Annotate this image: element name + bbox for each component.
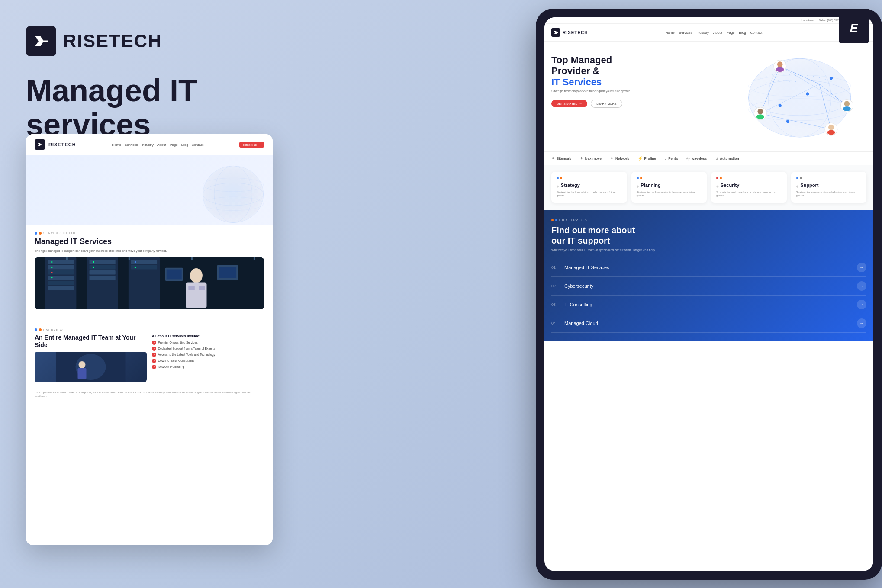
- svg-point-29: [135, 261, 136, 263]
- svg-point-2: [203, 166, 264, 222]
- svg-rect-14: [48, 286, 74, 290]
- svg-point-68: [760, 84, 761, 84]
- ts-logo: RISETECH: [551, 28, 588, 37]
- ts-get-started-btn[interactable]: GET STARTED →: [551, 100, 587, 107]
- svg-point-15: [51, 261, 53, 263]
- brand-name: RISETECH: [63, 31, 162, 51]
- lm-section-desc: The right managed IT support can solve y…: [35, 249, 264, 253]
- svg-rect-22: [89, 270, 115, 275]
- brand-item-penta: J Penta: [665, 156, 678, 161]
- svg-rect-43: [254, 257, 255, 260]
- svg-point-82: [779, 104, 782, 107]
- lm-service-item: Dedicated Support from a Team of Experts: [152, 347, 264, 351]
- svg-point-67: [837, 84, 837, 84]
- lm-logo-text: RISETECH: [48, 142, 76, 147]
- ts-hero-network: [713, 55, 866, 143]
- ts-services-section: OUR SERVICES Find out more about our IT …: [544, 210, 873, 341]
- ts-services-title: Find out more about our IT support: [551, 225, 866, 246]
- svg-point-61: [801, 75, 802, 76]
- ts-service-row-4[interactable]: 04 Managed Cloud →: [551, 314, 866, 333]
- ts-card-strategy: + Strategy Strategic technology advice t…: [551, 172, 627, 203]
- brand-item-nextmove: ✦ Nextmove: [580, 156, 602, 161]
- ts-hero: Top Managed Provider & IT Services Strat…: [544, 42, 873, 151]
- brand-logo: RISETECH: [26, 26, 264, 56]
- ts-service-row-1[interactable]: 01 Managed IT Services →: [551, 258, 866, 277]
- lm-service-item: Access to the Latest Tools and Technolog…: [152, 353, 264, 357]
- lm-overview-img: [35, 352, 147, 382]
- ts-nav-links: Home Services Industry About Page Blog C…: [665, 31, 762, 35]
- ts-nav: RISETECH Home Services Industry About Pa…: [544, 24, 873, 42]
- lm-logo: RISETECH: [35, 139, 76, 150]
- ts-service-row-3[interactable]: 03 IT Consulting →: [551, 296, 866, 314]
- lm-section-title: Managed IT Services: [35, 237, 264, 246]
- svg-point-69: [766, 82, 767, 83]
- svg-point-84: [830, 77, 833, 80]
- elementor-icon: E: [850, 21, 858, 35]
- lm-dot-orange: [39, 232, 42, 235]
- svg-point-70: [772, 81, 773, 82]
- lm-overview-section: OVERVIEW An Entire Managed IT Team at Yo…: [26, 323, 273, 388]
- brand-item-sitemark: ✦ Sitemark: [551, 156, 571, 161]
- svg-point-71: [778, 80, 779, 81]
- svg-point-55: [766, 76, 767, 77]
- ts-card-support: + Support Strategic technology advice to…: [791, 172, 867, 203]
- ts-service-arrow-4[interactable]: →: [857, 318, 866, 328]
- brand-item-network: ✦ Network: [610, 156, 629, 161]
- svg-point-73: [789, 81, 790, 82]
- lm-cta-btn[interactable]: contact us →: [239, 142, 264, 148]
- svg-point-63: [813, 76, 814, 77]
- svg-point-57: [778, 74, 779, 75]
- svg-point-17: [51, 272, 53, 273]
- svg-point-46: [79, 361, 86, 368]
- svg-point-87: [777, 61, 783, 67]
- lm-hero: [26, 155, 273, 225]
- svg-rect-13: [48, 281, 74, 285]
- svg-rect-42: [191, 257, 193, 260]
- svg-point-72: [783, 80, 784, 81]
- left-mockup: RISETECH Home Services Industry About Pa…: [26, 134, 273, 545]
- svg-point-90: [844, 101, 850, 106]
- svg-rect-36: [167, 269, 182, 279]
- lm-nav: RISETECH Home Services Industry About Pa…: [26, 134, 273, 155]
- lm-service-item: Network Monitoring: [152, 365, 264, 369]
- svg-point-24: [93, 261, 94, 263]
- ts-service-arrow-3[interactable]: →: [857, 300, 866, 309]
- ts-cards: + Strategy Strategic technology advice t…: [544, 165, 873, 210]
- svg-rect-34: [199, 286, 205, 290]
- ts-hero-title: Top Managed Provider & IT Services: [551, 55, 705, 87]
- main-title: Managed IT services: [26, 74, 264, 142]
- tablet-mockup: Locations Sales: (888) 5557 874 Client S…: [536, 9, 882, 580]
- ts-topbar: Locations Sales: (888) 5557 874 Client S…: [544, 17, 873, 24]
- svg-point-25: [93, 267, 94, 268]
- svg-point-59: [789, 74, 790, 75]
- ts-service-row-2[interactable]: 02 Cybersecurity →: [551, 277, 866, 296]
- svg-point-64: [819, 77, 820, 78]
- svg-point-66: [831, 81, 832, 82]
- lm-service-image: [35, 257, 264, 309]
- svg-point-56: [772, 74, 773, 75]
- svg-point-83: [806, 92, 809, 95]
- svg-point-96: [757, 109, 763, 114]
- ts-service-arrow-1[interactable]: →: [857, 263, 866, 272]
- lm-services-list: All of our IT services include: Premier …: [152, 334, 264, 382]
- brand-item-automation: S Automation: [715, 156, 739, 161]
- ts-learn-more-btn[interactable]: LEARN MORE: [591, 100, 622, 108]
- ts-service-arrow-2[interactable]: →: [857, 281, 866, 291]
- lm-dot-blue: [35, 232, 37, 235]
- svg-point-65: [825, 79, 826, 80]
- logo-icon: [26, 26, 56, 56]
- svg-point-30: [135, 267, 136, 268]
- svg-rect-38: [219, 267, 236, 278]
- ts-logo-text: RISETECH: [563, 30, 588, 35]
- svg-rect-40: [66, 257, 68, 260]
- elementor-button[interactable]: E: [839, 13, 869, 43]
- lm-services-section: SERVICES DETAIL Managed IT Services The …: [26, 225, 273, 323]
- svg-rect-33: [188, 286, 194, 290]
- brand-item-proline: ⚡ Proline: [638, 156, 656, 161]
- ts-brands-bar: ✦ Sitemark ✦ Nextmove ✦ Network ⚡ Prolin…: [544, 151, 873, 165]
- ts-card-security: + Security Strategic technology advice t…: [711, 172, 787, 203]
- svg-point-31: [190, 268, 203, 283]
- svg-point-88: [776, 67, 784, 72]
- svg-point-16: [51, 267, 53, 268]
- svg-point-97: [756, 114, 764, 119]
